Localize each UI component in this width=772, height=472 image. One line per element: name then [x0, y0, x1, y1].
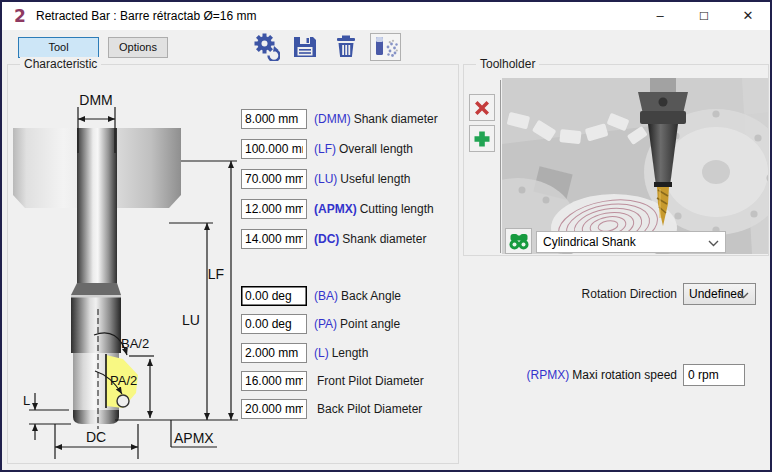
delete-icon[interactable]	[332, 33, 360, 61]
back-angle-input[interactable]	[241, 286, 307, 306]
back-pilot-diameter-input[interactable]	[241, 399, 307, 419]
dim-label-dc: DC	[86, 429, 106, 445]
field-row-pa: (PA)Point angle	[8, 314, 460, 335]
length-input[interactable]	[241, 343, 307, 363]
rotation-direction-value: Undefined	[689, 287, 744, 301]
chevron-down-icon	[738, 292, 749, 299]
field-row-ba: (BA)Back Angle	[8, 286, 460, 307]
field-row-back-pilot: Back Pilot Diameter	[8, 399, 460, 420]
param-label: Useful length	[340, 172, 410, 186]
toolholder-group-title: Toolholder	[476, 57, 539, 71]
add-toolholder-button[interactable]	[469, 125, 495, 152]
browse-toolholder-button[interactable]	[505, 228, 532, 254]
shank-type-value: Cylindrical Shank	[543, 235, 636, 249]
param-label: Cutting length	[360, 202, 434, 216]
useful-length-input[interactable]	[241, 169, 307, 189]
red-x-icon	[472, 98, 492, 118]
param-label: Length	[332, 346, 369, 360]
tool-definition-dialog: 2 Retracted Bar : Barre rétractab Ø=16 m…	[0, 0, 772, 472]
front-pilot-diameter-input[interactable]	[241, 371, 307, 391]
delete-toolholder-button[interactable]	[469, 94, 495, 121]
field-row-apmx: (APMX)Cutting length	[8, 199, 460, 220]
shank-diameter-dmm-input[interactable]	[241, 109, 307, 129]
param-code: (DMM)	[314, 112, 351, 126]
param-label: Back Angle	[341, 289, 401, 303]
param-code: (BA)	[314, 289, 338, 303]
rpmx-code: (RPMX)	[527, 368, 570, 382]
param-code: (L)	[314, 346, 329, 360]
chevron-down-icon	[708, 240, 719, 247]
minimize-button[interactable]: –	[638, 2, 682, 30]
close-button[interactable]: ✕	[726, 2, 770, 30]
toolholder-preview-image	[502, 78, 768, 254]
save-icon[interactable]	[291, 33, 319, 61]
param-label: Front Pilot Diameter	[317, 374, 424, 388]
overall-length-input[interactable]	[241, 139, 307, 159]
param-code: (LF)	[314, 142, 336, 156]
field-row-l: (L)Length	[8, 343, 460, 364]
characteristic-group-title: Characteristic	[20, 57, 101, 71]
param-label: Shank diameter	[354, 112, 438, 126]
rpmx-label: Maxi rotation speed	[572, 368, 677, 382]
tool-particles-icon[interactable]	[370, 33, 401, 61]
field-row-dc: (DC)Shank diameter	[8, 229, 460, 250]
field-row-lu: (LU)Useful length	[8, 169, 460, 190]
window-title: Retracted Bar : Barre rétractab Ø=16 mm	[36, 2, 256, 30]
toolholder-group: Toolholder	[463, 64, 769, 256]
field-row-lf: (LF)Overall length	[8, 139, 460, 160]
tab-options[interactable]: Options	[108, 37, 168, 58]
field-row-front-pilot: Front Pilot Diameter	[8, 371, 460, 392]
param-code: (DC)	[314, 232, 339, 246]
green-plus-icon	[472, 129, 492, 149]
field-row-dmm: (DMM)Shank diameter	[8, 109, 460, 130]
param-label: Point angle	[340, 317, 400, 331]
toolbar: Tool Options	[2, 30, 770, 64]
point-angle-input[interactable]	[241, 314, 307, 334]
dim-label-dmm: DMM	[79, 92, 112, 108]
gear-refresh-icon[interactable]	[252, 33, 280, 61]
shank-diameter-dc-input[interactable]	[241, 229, 307, 249]
dim-label-apmx: APMX	[174, 430, 214, 446]
characteristic-group: Characteristic	[7, 64, 459, 464]
app-logo-icon: 2	[11, 7, 29, 25]
toolholder-separator	[500, 80, 501, 253]
cutting-length-input[interactable]	[241, 199, 307, 219]
shank-type-dropdown[interactable]: Cylindrical Shank	[536, 231, 726, 253]
param-code: (LU)	[314, 172, 337, 186]
title-bar: 2 Retracted Bar : Barre rétractab Ø=16 m…	[2, 2, 770, 30]
rotation-direction-label: Rotation Direction	[472, 287, 677, 301]
dim-label-lf: LF	[208, 266, 224, 282]
tab-tool[interactable]: Tool	[18, 37, 99, 58]
param-label: Overall length	[339, 142, 413, 156]
binoculars-icon	[508, 231, 530, 251]
param-label: Back Pilot Diameter	[317, 402, 422, 416]
param-code: (PA)	[314, 317, 337, 331]
param-code: (APMX)	[314, 202, 357, 216]
max-rotation-speed-input[interactable]	[683, 364, 745, 386]
rotation-direction-dropdown[interactable]: Undefined	[683, 283, 756, 305]
param-label: Shank diameter	[342, 232, 426, 246]
maximize-button[interactable]: ☐	[682, 2, 726, 30]
